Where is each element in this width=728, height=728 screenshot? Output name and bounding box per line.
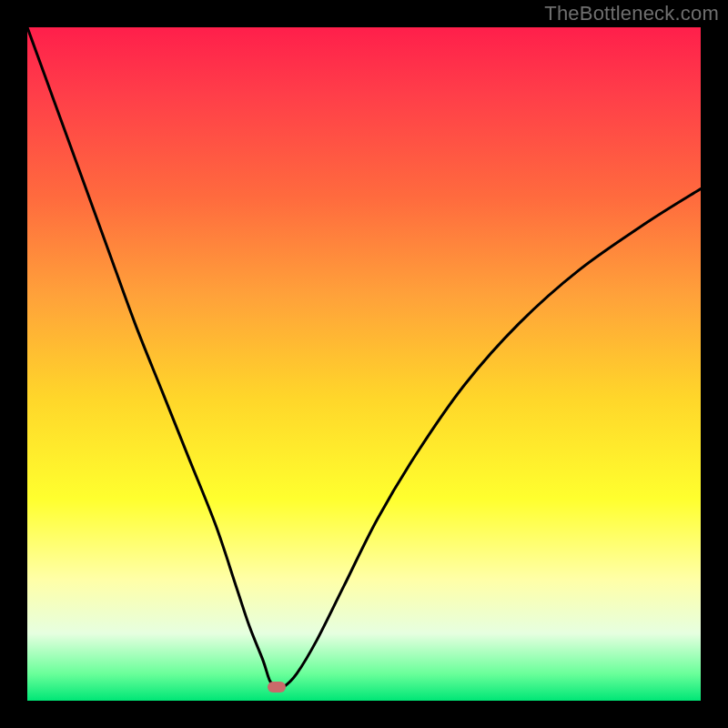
bottleneck-curve <box>27 27 701 701</box>
plot-area <box>27 27 701 701</box>
watermark-text: TheBottleneck.com <box>544 2 719 25</box>
minimum-marker <box>268 682 286 693</box>
chart-frame: TheBottleneck.com <box>0 0 728 728</box>
